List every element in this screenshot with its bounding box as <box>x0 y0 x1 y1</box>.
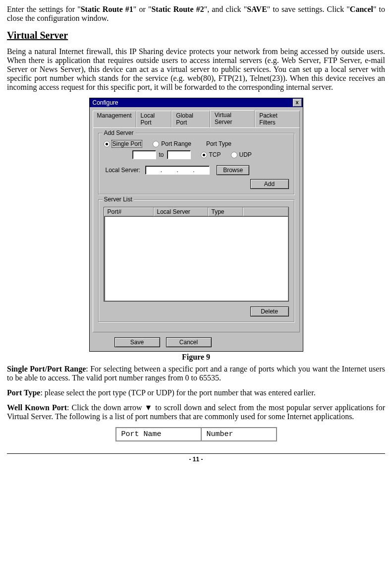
close-icon[interactable]: x <box>293 99 302 107</box>
add-button[interactable]: Add <box>250 179 289 189</box>
port-table-col1: Port Name <box>116 428 201 441</box>
udp-label: UDP <box>239 151 252 158</box>
add-server-label: Add Server <box>103 129 135 136</box>
tab-management[interactable]: Management <box>93 111 136 128</box>
col-blank <box>243 207 288 216</box>
configure-dialog: Configure x Management Local Port Global… <box>89 98 303 352</box>
page-footer: - 11 - <box>7 453 385 463</box>
cancel-button[interactable]: Cancel <box>166 337 212 347</box>
tab-virtual-server[interactable]: Virtual Server <box>210 110 255 127</box>
save-button[interactable]: Save <box>114 337 160 347</box>
server-list-label: Server List <box>103 196 134 203</box>
local-server-label: Local Server: <box>106 167 141 174</box>
to-label: to <box>159 151 164 158</box>
port-type-paragraph: Port Type: please select the port type (… <box>7 388 385 397</box>
single-port-label: Single Port <box>112 140 142 147</box>
port-table-col2: Number <box>201 428 277 441</box>
port-type-label: Port Type <box>206 140 231 147</box>
browse-button[interactable]: Browse <box>217 165 249 175</box>
tab-strip: Management Local Port Global Port Virtua… <box>93 110 300 127</box>
port-range-label: Port Range <box>161 140 191 147</box>
port-table: Port Name Number <box>115 427 277 441</box>
port-to-input[interactable] <box>167 150 191 159</box>
local-server-ip-input[interactable]: ... <box>145 166 210 175</box>
port-from-input[interactable] <box>132 150 156 159</box>
tab-global-port[interactable]: Global Port <box>171 111 210 128</box>
tab-packet-filters[interactable]: Packet Filters <box>255 111 299 128</box>
virtual-server-description: Being a natural Internet firewall, this … <box>7 47 385 92</box>
single-port-paragraph: Single Port/Port Range: For selecting be… <box>7 365 385 382</box>
port-range-radio[interactable] <box>153 141 159 147</box>
dialog-titlebar: Configure x <box>90 98 303 107</box>
server-list-body[interactable] <box>104 216 288 301</box>
col-local-server[interactable]: Local Server <box>154 207 208 216</box>
tab-local-port[interactable]: Local Port <box>136 111 172 128</box>
server-list-header: Port# Local Server Type <box>104 207 288 216</box>
figure-caption: Figure 9 <box>7 353 385 362</box>
add-server-group: Add Server Single Port Port Range Port T… <box>98 133 294 194</box>
delete-button[interactable]: Delete <box>250 307 289 316</box>
col-port[interactable]: Port# <box>104 207 154 216</box>
tab-page: Add Server Single Port Port Range Port T… <box>93 127 300 332</box>
intro-paragraph: Enter the settings for "Static Route #1"… <box>7 5 385 23</box>
single-port-radio[interactable] <box>104 141 110 147</box>
tcp-radio[interactable] <box>201 152 207 158</box>
col-type[interactable]: Type <box>208 207 243 216</box>
server-list-group: Server List Port# Local Server Type Dele… <box>98 199 294 322</box>
udp-radio[interactable] <box>231 152 237 158</box>
dialog-title: Configure <box>91 99 293 106</box>
tcp-label: TCP <box>209 151 221 158</box>
well-known-port-paragraph: Well Known Port: Click the down arrow ▼ … <box>7 403 385 421</box>
section-heading: Virtual Server <box>7 30 385 41</box>
